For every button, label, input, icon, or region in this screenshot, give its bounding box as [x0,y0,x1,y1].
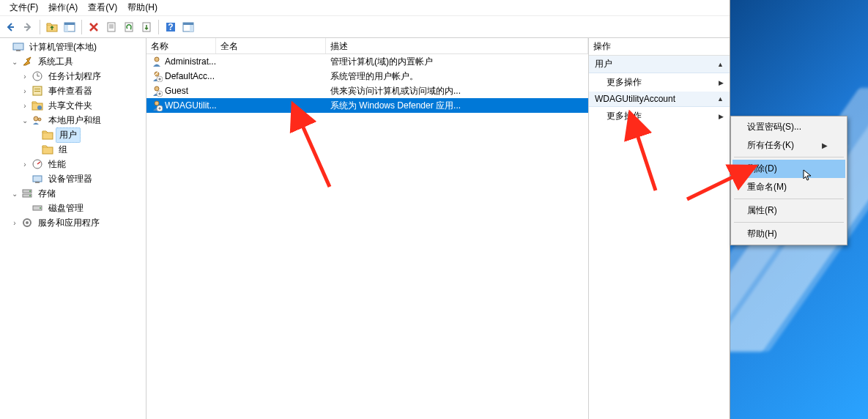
tree-node-disk-management[interactable]: · 磁盘管理 [0,201,146,215]
svg-point-32 [29,190,31,192]
tree-node-services-apps[interactable]: › 服务和应用程序 [0,215,146,230]
actions-more-user[interactable]: 更多操作 ▶ [589,73,730,92]
svg-rect-20 [34,91,40,92]
toolbar-forward-button[interactable] [19,18,37,36]
toolbar-help-button[interactable]: ? [162,18,179,36]
tree-label: 系统工具 [35,55,76,69]
list-row-selected[interactable]: WDAGUtilit... 系统为 Windows Defender 应用... [146,98,588,113]
svg-rect-28 [33,176,42,182]
column-header-fullname[interactable]: 全名 [216,38,326,53]
device-manager-icon [31,173,43,185]
expand-icon[interactable]: › [21,160,29,168]
toolbar-export-button[interactable] [138,18,155,36]
svg-text:?: ? [168,22,173,32]
svg-rect-29 [35,182,40,183]
tree-node-performance[interactable]: › 性能 [0,157,146,171]
context-menu-help[interactable]: 帮助(H) [732,225,845,243]
performance-icon [31,158,43,170]
tree-node-shared-folders[interactable]: › 共享文件夹 [0,98,146,113]
svg-point-33 [29,195,31,196]
svg-point-43 [155,101,159,105]
delete-x-icon [89,22,99,32]
tree-node-groups[interactable]: · 组 [0,142,146,157]
toolbar-up-button[interactable] [43,18,61,36]
context-menu-properties[interactable]: 属性(R) [732,201,845,220]
context-menu-separator [734,157,844,157]
submenu-arrow-icon: ▶ [719,113,724,120]
actions-pane: 操作 用户 ▲ 更多操作 ▶ WDAGUtilityAccount ▲ 更多操作… [589,38,730,419]
menu-action[interactable]: 操作(A) [43,0,83,15]
expand-icon[interactable]: › [10,219,19,227]
actions-section-user[interactable]: 用户 ▲ [589,56,730,73]
toolbar-show-hide-tree-button[interactable] [61,18,78,36]
expand-icon[interactable]: › [21,73,29,81]
collapse-up-icon: ▲ [717,95,724,103]
tree-node-device-manager[interactable]: · 设备管理器 [0,171,146,186]
computer-mgmt-icon [12,41,24,53]
item-label: 更多操作 [607,76,642,89]
toolbar-separator [40,20,40,34]
export-list-icon [141,22,152,32]
list-rows[interactable]: Administrat... 管理计算机(域)的内置帐户 DefaultAcc.… [146,54,588,419]
expand-icon[interactable]: › [21,102,29,110]
collapse-icon[interactable]: ⌄ [10,58,19,66]
svg-rect-4 [108,23,115,31]
toolbar-show-action-pane-button[interactable] [179,18,197,36]
users-list-pane: 名称 全名 描述 Administrat... 管理计算机(域)的内置帐户 De… [146,38,589,419]
toolbar-back-button[interactable] [1,18,19,36]
context-menu-all-tasks[interactable]: 所有任务(K)▶ [732,136,845,155]
tree-node-users[interactable]: · 用户 [0,127,146,142]
user-disabled-icon [151,85,163,97]
svg-rect-26 [42,147,53,154]
toolbar-properties-button[interactable] [103,18,120,36]
svg-point-35 [40,207,41,209]
list-row[interactable]: DefaultAcc... 系统管理的用户帐户。 [146,69,588,84]
mouse-cursor-icon [803,169,815,181]
users-groups-icon [31,114,43,126]
action-pane-icon [182,22,194,32]
collapse-icon[interactable]: ⌄ [21,116,29,125]
cm-label: 重命名(M) [747,181,787,193]
list-row[interactable]: Guest 供来宾访问计算机或访问域的内... [146,84,588,98]
svg-rect-3 [64,25,68,31]
toolbar-delete-button[interactable] [85,18,103,36]
svg-rect-16 [16,50,21,51]
tree-label: 用户 [56,127,81,143]
column-header-name[interactable]: 名称 [146,38,216,53]
actions-more-account[interactable]: 更多操作 ▶ [589,107,730,125]
cell-desc: 系统管理的用户帐户。 [326,70,588,83]
column-header-description[interactable]: 描述 [326,38,588,53]
services-icon [21,217,33,229]
cell-desc: 系统为 Windows Defender 应用... [326,100,588,112]
item-label: 更多操作 [607,110,642,122]
tree-node-local-users-groups[interactable]: ⌄ 本地用户和组 [0,113,146,127]
tree-label: 任务计划程序 [45,70,104,84]
tree-node-system-tools[interactable]: ⌄ 系统工具 [0,54,146,69]
cell-name: Administrat... [165,56,216,67]
context-menu-set-password[interactable]: 设置密码(S)... [732,118,845,136]
navigation-tree[interactable]: ▶ 计算机管理(本地) ⌄ 系统工具 › 任务计划程序 › 事件查看器 › [0,38,146,419]
tree-node-computer-management[interactable]: ▶ 计算机管理(本地) [0,40,146,54]
menu-file[interactable]: 文件(F) [4,0,43,15]
cm-label: 所有任务(K) [747,139,794,152]
menu-help[interactable]: 帮助(H) [122,0,163,15]
cell-name: Guest [165,86,188,96]
tree-node-event-viewer[interactable]: › 事件查看器 [0,84,146,98]
expand-icon[interactable]: › [21,87,29,95]
context-menu-delete[interactable]: 删除(D) [732,160,845,178]
collapse-icon[interactable]: ⌄ [10,190,19,198]
storage-icon [21,188,33,199]
toolbar-refresh-button[interactable] [120,18,138,36]
tree-label: 组 [56,143,70,157]
submenu-arrow-icon: ▶ [822,141,828,149]
menu-view[interactable]: 查看(V) [83,0,122,15]
tree-node-task-scheduler[interactable]: › 任务计划程序 [0,69,146,84]
list-row[interactable]: Administrat... 管理计算机(域)的内置帐户 [146,54,588,69]
actions-section-account[interactable]: WDAGUtilityAccount ▲ [589,92,730,107]
context-menu-separator [734,222,844,223]
cell-desc: 供来宾访问计算机或访问域的内... [326,85,588,97]
context-menu-rename[interactable]: 重命名(M) [732,178,845,196]
computer-management-window: 文件(F) 操作(A) 查看(V) 帮助(H) ? ▶ 计算机管理(本地) ⌄ [0,0,730,419]
tree-node-storage[interactable]: ⌄ 存储 [0,186,146,201]
arrow-left-icon [5,22,15,32]
